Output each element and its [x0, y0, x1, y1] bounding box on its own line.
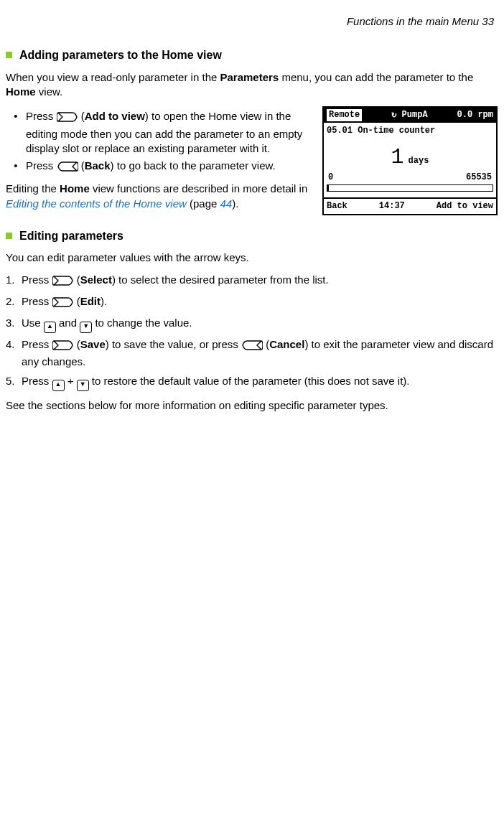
square-bullet-icon [6, 52, 12, 58]
bullet-dot-icon: • [6, 109, 26, 123]
section1-outro: Editing the Home view functions are desc… [6, 182, 315, 211]
lcd-value: 1days [327, 137, 493, 172]
softkey-right-icon [57, 111, 78, 126]
softkey-left-icon [241, 340, 263, 355]
softkey-right-icon [52, 275, 74, 290]
lcd-device-name: ↻ PumpA [362, 109, 457, 121]
link-editing-home-view[interactable]: Editing the contents of the Home view [6, 197, 187, 210]
arrow-up-icon: ▲ [44, 322, 56, 333]
softkey-right-icon [52, 296, 74, 312]
softkey-left-icon [57, 161, 78, 176]
lcd-screenshot: Remote ↻ PumpA 0.0 rpm 05.01 On-time cou… [322, 106, 498, 215]
bullet-dot-icon: • [6, 159, 26, 173]
lcd-mode: Remote [327, 109, 362, 121]
lcd-progress-bar [327, 184, 493, 192]
section1-intro: When you view a read-only parameter in t… [6, 70, 498, 100]
header-text: Functions in the main Menu 33 [347, 15, 494, 27]
step-3: 3. Use ▲ and ▼ to change the value. [6, 316, 498, 333]
lcd-soft-left: Back [327, 200, 347, 212]
lcd-speed: 0.0 rpm [457, 109, 493, 121]
heading-adding-parameters: Adding parameters to the Home view [6, 47, 498, 63]
bullet-add-to-view: • Press (Add to view) to open the Home v… [6, 109, 315, 156]
lcd-soft-right: Add to view [437, 200, 493, 212]
section2-outro: See the sections below for more informat… [6, 398, 498, 413]
step-1: 1. Press (Select) to select the desired … [6, 273, 498, 290]
lcd-param-name: 05.01 On-time counter [327, 124, 493, 137]
lcd-range: 0 65535 [327, 172, 493, 183]
arrow-down-icon: ▼ [77, 380, 89, 391]
section2-intro: You can edit parameter values with the a… [6, 251, 498, 265]
square-bullet-icon [6, 233, 12, 239]
heading-editing-parameters: Editing parameters [6, 228, 498, 244]
lcd-time: 14:37 [379, 200, 405, 212]
step-4: 4. Press (Save) to save the value, or pr… [6, 337, 498, 370]
arrow-down-icon: ▼ [80, 322, 92, 333]
page-link-44[interactable]: 44 [220, 197, 233, 210]
step-5: 5. Press ▲ + ▼ to restore the default va… [6, 374, 498, 391]
softkey-right-icon [52, 340, 74, 355]
bullet-back: • Press (Back) to go back to the paramet… [6, 159, 315, 176]
running-header: Functions in the main Menu 33 [6, 14, 498, 29]
step-2: 2. Press (Edit). [6, 294, 498, 312]
arrow-up-icon: ▲ [52, 380, 65, 391]
rotate-icon: ↻ [391, 109, 396, 121]
